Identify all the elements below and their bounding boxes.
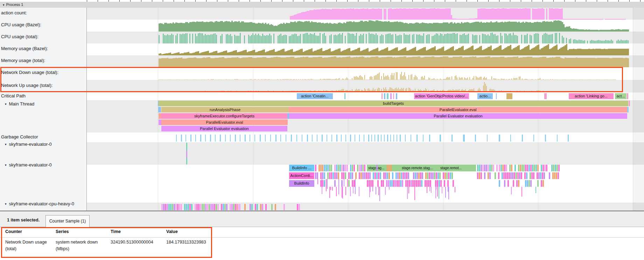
track-cpu-usage-total[interactable] [87,32,644,43]
track-label[interactable]: action count: [1,10,27,15]
span-tick [425,180,426,187]
track-memory-usage-bazel[interactable] [87,43,644,55]
tab-counter-sample[interactable]: Counter Sample (1) [46,215,90,227]
track-cpu-usage-bazel[interactable] [87,20,644,32]
gc-tick [317,135,317,142]
collapse-arrow-icon[interactable]: ▾ [5,102,7,106]
counter-bar [476,35,477,43]
gc-tick [307,135,308,142]
critical-path-span[interactable] [390,93,392,99]
span-tick [507,180,509,187]
critical-path-span[interactable] [627,93,628,99]
counter-bar [185,33,186,43]
critical-path-span[interactable] [384,93,385,99]
critical-path-span[interactable] [496,93,497,99]
main-thread-span[interactable]: Parallel Evaluator evaluation [289,113,627,119]
main-thread-span[interactable] [627,107,629,112]
critical-path-span[interactable] [387,93,388,99]
counter-bar [322,34,323,43]
annotation-highlight-box [1,227,212,258]
counter-bar [181,34,182,43]
span-tick [195,204,196,210]
span-tick [518,165,519,171]
span-tick [506,165,507,171]
main-thread-span[interactable]: skyframeExecutor.configureTargets [161,113,287,119]
span-tick [202,204,203,210]
main-thread-span[interactable]: ParallelEvaluator.eval [289,107,627,112]
counter-bar [170,35,171,43]
counter-bar [552,34,553,43]
track-label[interactable]: Garbage Collector [1,134,38,139]
span-tick [395,180,396,187]
main-thread-span[interactable] [159,113,161,119]
critical-path-span[interactable]: actio... [477,93,493,99]
critical-path-span[interactable] [382,93,383,99]
counter-bar [464,33,465,43]
counter-bar [429,34,430,43]
track-label[interactable]: ▾skyframe-evaluator-cpu-heavy-0 [5,201,74,206]
track-label[interactable]: Critical Path [1,93,26,98]
span-tick [341,180,343,187]
span-tick [177,204,178,210]
collapse-arrow-icon[interactable]: ▾ [3,2,5,8]
hanging-spike [327,179,328,189]
main-thread-span[interactable]: buildTargets [159,101,628,106]
critical-path-span[interactable]: act... [615,93,626,99]
track-label[interactable]: Memory usage (total): [1,58,45,63]
span-tick [230,204,231,210]
critical-path-span[interactable]: action 'Creatin... [297,93,333,99]
critical-path-span[interactable]: action 'GenObjcProtos video/... [414,93,469,99]
critical-path-span[interactable] [393,93,394,99]
track-label[interactable]: ▾skyframe-evaluator-0 [5,142,52,147]
span-tick [453,180,454,187]
trace-span-chip[interactable]: BuildInfo ... [289,165,314,171]
counter-bar [397,36,398,43]
counter-bar [475,35,476,43]
main-thread-span[interactable]: runAnalysisPhase [161,107,289,112]
track-action-count[interactable] [87,8,644,20]
gc-tick [225,135,226,142]
span-tick [364,165,365,171]
span-tick [329,172,330,179]
gc-tick [200,135,201,142]
gc-tick [291,135,292,142]
span-tick [334,165,336,171]
main-thread-span[interactable] [629,101,630,106]
main-thread-span[interactable]: ParallelEvaluator.eval [161,119,288,125]
counter-bar [296,34,297,43]
span-tick [350,172,351,179]
collapse-arrow-icon[interactable]: ▾ [5,202,7,206]
hanging-spike [322,179,322,194]
main-thread-span[interactable]: Parallel Evaluator evaluation [161,126,287,131]
critical-path-span[interactable] [396,93,397,99]
counter-bar [342,33,343,43]
collapse-arrow-icon[interactable]: ▾ [5,163,7,167]
main-thread-span[interactable] [158,107,161,112]
process-header[interactable]: ▾Process 1 [0,2,644,8]
span-tick [439,172,441,179]
counter-bar [559,33,560,43]
trace-span-chip[interactable]: BuildInfo [289,180,314,187]
critical-path-span[interactable] [544,93,547,99]
critical-path-span[interactable] [344,93,345,99]
span-tick [170,204,172,210]
critical-path-span[interactable] [506,93,512,99]
counter-bar [278,36,279,43]
span-tick [440,180,442,187]
span-tick [479,165,480,171]
critical-path-span[interactable]: action 'Linking go... [569,93,614,99]
main-thread-span[interactable] [159,119,161,125]
gc-tick [411,135,411,142]
track-label[interactable]: Memory usage (Bazel): [1,46,48,51]
trace-span-chip[interactable]: ActionConti... [289,172,314,179]
span-tick [556,172,557,179]
track-label[interactable]: CPU usage (total): [1,34,38,39]
counter-bar [529,8,531,20]
span-tick [214,204,215,210]
counter-bar [180,34,181,43]
collapse-arrow-icon[interactable]: ▾ [5,143,7,146]
track-label[interactable]: CPU usage (Bazel): [1,22,41,27]
track-label[interactable]: ▾skyframe-evaluator-0 [5,162,52,167]
track-label[interactable]: ▾Main Thread [5,101,34,107]
track-memory-usage-total[interactable] [87,55,644,67]
